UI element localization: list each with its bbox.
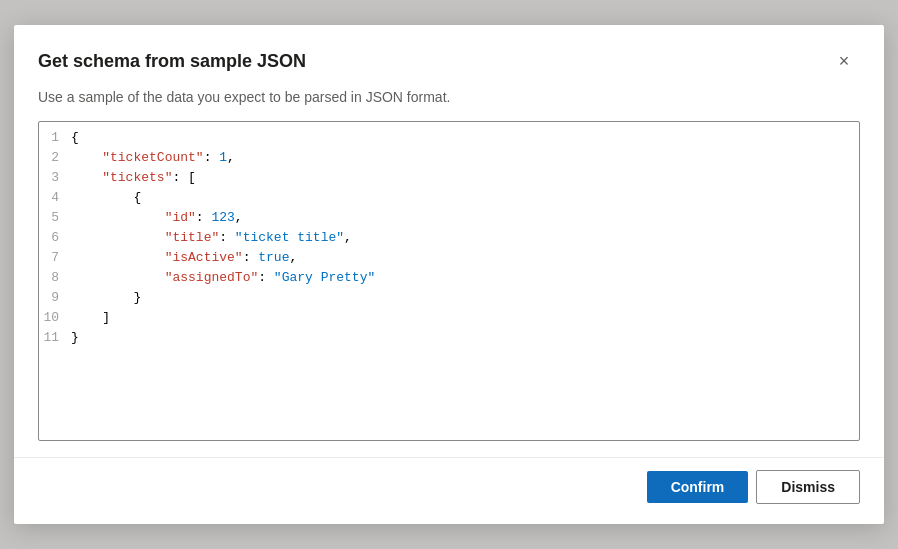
code-line-6: 6 "title": "ticket title",: [39, 230, 859, 250]
code-line-2: 2 "ticketCount": 1,: [39, 150, 859, 170]
line-number: 5: [39, 210, 71, 225]
dialog-description: Use a sample of the data you expect to b…: [14, 89, 884, 117]
json-editor[interactable]: 1 { 2 "ticketCount": 1, 3 "tickets": [: [38, 121, 860, 441]
line-number: 10: [39, 310, 71, 325]
code-line-9: 9 }: [39, 290, 859, 310]
dialog-header: Get schema from sample JSON ×: [14, 25, 884, 89]
code-line-7: 7 "isActive": true,: [39, 250, 859, 270]
dismiss-button[interactable]: Dismiss: [756, 470, 860, 504]
line-number: 11: [39, 330, 71, 345]
code-line-1: 1 {: [39, 130, 859, 150]
line-number: 8: [39, 270, 71, 285]
line-number: 2: [39, 150, 71, 165]
close-button[interactable]: ×: [828, 45, 860, 77]
code-line-10: 10 ]: [39, 310, 859, 330]
line-number: 6: [39, 230, 71, 245]
dialog-title: Get schema from sample JSON: [38, 51, 306, 72]
line-number: 3: [39, 170, 71, 185]
code-line-11: 11 }: [39, 330, 859, 350]
line-number: 7: [39, 250, 71, 265]
code-line-8: 8 "assignedTo": "Gary Pretty": [39, 270, 859, 290]
line-number: 4: [39, 190, 71, 205]
confirm-button[interactable]: Confirm: [647, 471, 749, 503]
line-number: 1: [39, 130, 71, 145]
dialog-body: 1 { 2 "ticketCount": 1, 3 "tickets": [: [14, 117, 884, 457]
close-icon: ×: [839, 51, 850, 72]
code-line-3: 3 "tickets": [: [39, 170, 859, 190]
code-line-4: 4 {: [39, 190, 859, 210]
code-line-5: 5 "id": 123,: [39, 210, 859, 230]
dialog-footer: Confirm Dismiss: [14, 457, 884, 524]
dialog: Get schema from sample JSON × Use a samp…: [14, 25, 884, 524]
line-number: 9: [39, 290, 71, 305]
